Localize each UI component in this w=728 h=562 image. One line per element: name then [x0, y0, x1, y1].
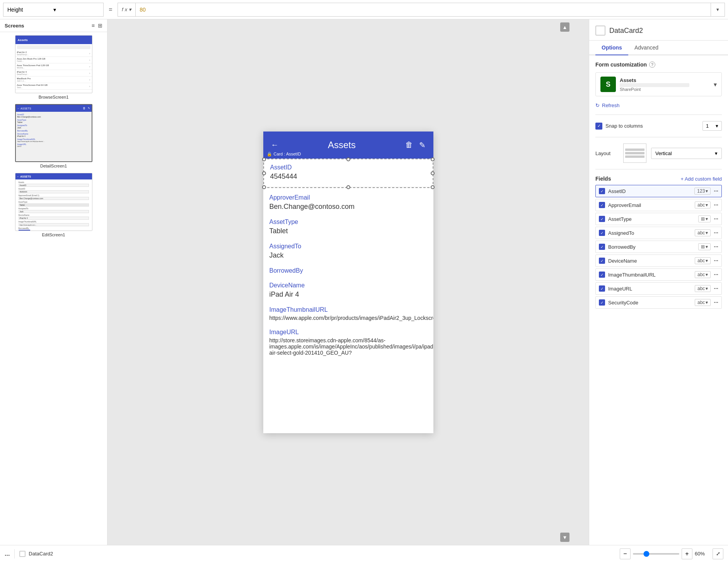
field-row-borrowedby[interactable]: ✓ BorrowedBy ⊞ ▾ ···: [595, 241, 722, 253]
columns-chevron-icon: ▾: [716, 123, 718, 129]
snap-checkbox[interactable]: ✓: [595, 123, 602, 130]
field-row-assignedto[interactable]: ✓ AssignedTo abc ▾ ···: [595, 227, 722, 239]
tab-advanced[interactable]: Advanced: [628, 41, 665, 55]
formula-expand-button[interactable]: ▾: [711, 3, 725, 17]
list-view-icon[interactable]: ≡: [92, 22, 95, 29]
field-row-securitycode[interactable]: ✓ SecurityCode abc ▾ ···: [595, 296, 722, 309]
zoom-slider[interactable]: [633, 553, 679, 555]
card-label-text: Card : AssetID: [274, 152, 301, 156]
field-menu-devicename[interactable]: ···: [714, 258, 718, 264]
grid-view-icon[interactable]: ⊞: [98, 22, 102, 29]
field-menu-securitycode[interactable]: ···: [714, 299, 718, 306]
detail-screen-label: DetailScreen1: [40, 164, 67, 168]
panel-header: DataCard2: [589, 19, 728, 41]
field-row-assetid[interactable]: ✓ AssetID 123 ▾ ···: [595, 185, 722, 197]
field-checkbox-imageurl[interactable]: ✓: [599, 285, 605, 292]
datasource-box[interactable]: S Assets SharePoint ▾: [595, 72, 722, 96]
datasource-type: SharePoint: [620, 87, 689, 92]
panel-card-name: DataCard2: [609, 27, 643, 35]
bottom-separator: [14, 549, 15, 559]
fields-header: Fields + Add custom field: [595, 176, 722, 182]
field-row-imagethumbnailurl[interactable]: ✓ ImageThumbnailURL abc ▾ ···: [595, 268, 722, 281]
divider3: [595, 169, 722, 169]
resize-handle-tm[interactable]: [346, 157, 350, 161]
add-custom-field-button[interactable]: + Add custom field: [680, 176, 722, 182]
field-menu-borrowedby[interactable]: ···: [714, 244, 718, 250]
field-row-approveremail[interactable]: ✓ ApproverEmail abc ▾ ···: [595, 199, 722, 211]
fx-icon: f: [122, 7, 123, 12]
canvas-scroll-up[interactable]: ▲: [560, 22, 569, 32]
bottom-dots-menu[interactable]: ...: [5, 550, 10, 557]
field-type-securitycode[interactable]: abc ▾: [695, 299, 711, 306]
resize-handle-mr[interactable]: [431, 171, 435, 175]
formula-input[interactable]: [135, 3, 711, 17]
borrowedby-label: BorrowedBy: [269, 267, 427, 274]
zoom-expand-button[interactable]: ⤢: [713, 548, 723, 559]
trash-icon[interactable]: 🗑: [405, 140, 413, 150]
field-checkbox-devicename[interactable]: ✓: [599, 258, 605, 264]
field-type-assetid[interactable]: 123 ▾: [694, 188, 711, 195]
assettype-label: AssetType: [269, 219, 427, 225]
field-menu-assettype[interactable]: ···: [714, 216, 718, 222]
field-type-assignedto[interactable]: abc ▾: [695, 229, 711, 236]
selected-datacard[interactable]: 🔒 Card : AssetID AssetID 4545444: [263, 159, 433, 188]
resize-handle-br[interactable]: [431, 185, 435, 189]
field-type-borrowedby[interactable]: ⊞ ▾: [698, 243, 711, 250]
field-menu-imagethumbnailurl[interactable]: ···: [714, 272, 718, 278]
layout-label: Layout: [595, 150, 619, 156]
property-name: Height: [7, 7, 53, 13]
layout-select[interactable]: Vertical ▾: [651, 148, 722, 159]
field-type-assettype[interactable]: ⊞ ▾: [698, 215, 711, 222]
field-type-chevron9-icon: ▾: [706, 300, 708, 305]
field-menu-assignedto[interactable]: ···: [714, 230, 718, 236]
panel-body: Form customization ? S Assets SharePoint…: [589, 55, 728, 545]
refresh-button[interactable]: ↻ Refresh: [595, 102, 620, 108]
field-checkbox-assetid[interactable]: ✓: [599, 188, 605, 194]
property-selector[interactable]: Height ▾: [3, 3, 104, 17]
resize-handle-ml[interactable]: [262, 171, 266, 175]
field-row-imageurl[interactable]: ✓ ImageURL abc ▾ ···: [595, 282, 722, 295]
field-checkbox-borrowedby[interactable]: ✓: [599, 244, 605, 250]
zoom-plus-button[interactable]: +: [682, 548, 692, 559]
field-menu-approveremail[interactable]: ···: [714, 202, 718, 208]
field-menu-assetid[interactable]: ···: [714, 188, 718, 194]
edit-screen-label: EditScreen1: [42, 232, 65, 237]
snap-label: Snap to columns: [605, 123, 643, 129]
detail-screen-thumbnail[interactable]: ← ASSETS 🗑✎ AssetIDBen.Change@contoso.co…: [15, 104, 92, 162]
fx-button[interactable]: f x ▾: [118, 3, 135, 17]
field-type-imageurl[interactable]: abc ▾: [695, 285, 711, 292]
bottom-bar: ... DataCard2 − + 60% ⤢: [0, 545, 728, 562]
tab-options[interactable]: Options: [595, 41, 628, 55]
zoom-minus-button[interactable]: −: [620, 548, 631, 559]
help-icon[interactable]: ?: [649, 61, 655, 68]
field-type-chevron8-icon: ▾: [706, 286, 708, 291]
field-type-chevron2-icon: ▾: [706, 202, 708, 208]
field-type-devicename[interactable]: abc ▾: [695, 257, 711, 264]
refresh-label: Refresh: [602, 102, 620, 108]
edit-pencil-icon[interactable]: ✎: [419, 140, 426, 150]
field-checkbox-assignedto[interactable]: ✓: [599, 230, 605, 236]
resize-handle-tl[interactable]: [262, 157, 266, 161]
field-row-devicename[interactable]: ✓ DeviceName abc ▾ ···: [595, 255, 722, 267]
field-type-imagethumbnailurl[interactable]: abc ▾: [695, 271, 711, 278]
field-row-assettype[interactable]: ✓ AssetType ⊞ ▾ ···: [595, 213, 722, 225]
datasource-expand-icon[interactable]: ▾: [714, 81, 717, 88]
field-checkbox-approveremail[interactable]: ✓: [599, 202, 605, 208]
devicename-value: iPad Air 4: [269, 290, 427, 299]
field-checkbox-imagethumbnailurl[interactable]: ✓: [599, 272, 605, 278]
refresh-icon: ↻: [595, 102, 600, 108]
resize-handle-tr[interactable]: [431, 157, 435, 161]
field-name-borrowedby: BorrowedBy: [608, 244, 695, 250]
resize-handle-bm[interactable]: [346, 185, 350, 189]
resize-handle-bl[interactable]: [262, 185, 266, 189]
columns-select[interactable]: 1 ▾: [702, 121, 722, 131]
browse-screen-thumbnail[interactable]: Assets iPad Air 2DetailTemp/...› Asus Ze…: [15, 35, 92, 93]
canvas-scroll-down[interactable]: ▼: [560, 533, 569, 542]
field-checkbox-assettype[interactable]: ✓: [599, 216, 605, 222]
field-menu-imageurl[interactable]: ···: [714, 285, 718, 292]
approveremail-value: Ben.Change@contoso.com: [269, 203, 427, 211]
bottom-card-checkbox[interactable]: [19, 551, 26, 557]
field-type-approveremail[interactable]: abc ▾: [695, 202, 711, 208]
edit-screen-thumbnail[interactable]: ← ASSETS AssetsAssetID AssetID4545444 Ap…: [15, 173, 92, 231]
field-checkbox-securitycode[interactable]: ✓: [599, 299, 605, 306]
